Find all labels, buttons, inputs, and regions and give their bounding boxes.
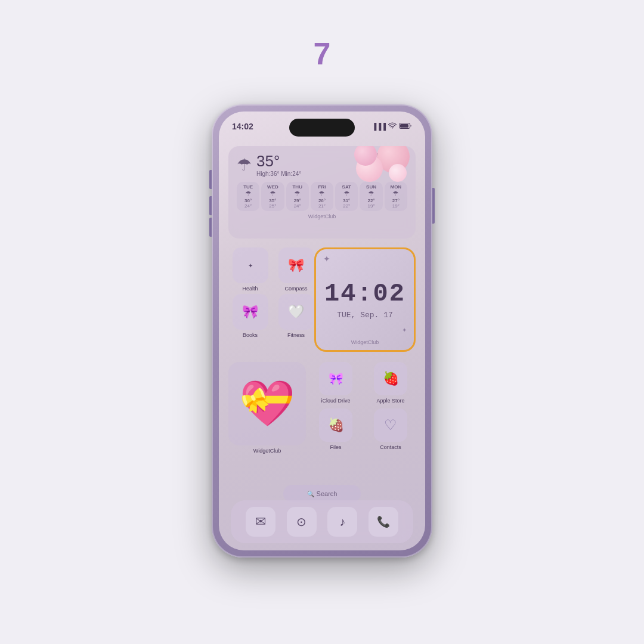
wifi-icon — [388, 122, 397, 131]
weather-day-thu: THU ☂ 29° 24° — [286, 182, 309, 211]
safari-icon: ⊙ — [296, 515, 306, 529]
app-item-compass[interactable]: 🎀 Compass — [274, 247, 318, 292]
apple-store-icon[interactable]: 🍓 — [374, 362, 407, 395]
search-label: Search — [317, 490, 338, 497]
app-item-widgetclub-large[interactable]: 💝 WidgetClub — [228, 362, 306, 454]
phone-screen: 14:02 ▐▐▐ — [219, 112, 425, 550]
app-item-files[interactable]: 🍓 Files — [311, 408, 361, 450]
dock: ✉ ⊙ ♪ 📞 — [231, 500, 413, 543]
app-item-fitness[interactable]: 🤍 Fitness — [274, 294, 318, 338]
weather-day-tue: TUE ☂ 36° 24° — [237, 182, 259, 211]
icloud-drive-label: iCloud Drive — [321, 398, 350, 404]
weather-icon: ☂ — [237, 155, 252, 175]
compass-label: Compass — [284, 286, 307, 292]
compass-icon[interactable]: 🎀 — [278, 247, 314, 283]
app-item-contacts[interactable]: ♡ Contacts — [366, 408, 416, 450]
contacts-label: Contacts — [380, 444, 401, 450]
phone-frame: 14:02 ▐▐▐ — [212, 104, 432, 558]
dock-item-phone[interactable]: 📞 — [369, 507, 398, 537]
clock-date: TUE, Sep. 17 — [337, 311, 393, 320]
books-label: Books — [243, 332, 258, 338]
dock-item-safari[interactable]: ⊙ — [287, 507, 317, 537]
health-icon[interactable]: ✦ — [233, 247, 268, 283]
app-item-icloud-drive[interactable]: 🎀 iCloud Drive — [311, 362, 361, 404]
left-apps: ✦ Health 🎀 Compass 🎀 Books — [228, 247, 318, 338]
weather-widget[interactable]: ☂ 35° High:36° Min:24° Maebashi TUE ☂ 36… — [228, 146, 416, 239]
health-label: Health — [242, 286, 258, 292]
status-time: 14:02 — [232, 122, 253, 131]
small-apps-grid: 🎀 iCloud Drive 🍓 Apple Store — [311, 362, 416, 450]
music-icon: ♪ — [339, 515, 345, 529]
sparkle-icon-2: ✦ — [402, 327, 407, 333]
weather-high-low: High:36° Min:24° — [256, 171, 301, 177]
dock-item-mail[interactable]: ✉ — [246, 507, 275, 537]
clock-widget-label: WidgetClub — [351, 339, 379, 345]
weather-temp-block: 35° High:36° Min:24° — [256, 152, 301, 177]
apple-store-label: Apple Store — [376, 398, 404, 404]
files-label: Files — [330, 444, 341, 450]
books-icon[interactable]: 🎀 — [233, 294, 268, 330]
weather-bubbles — [332, 146, 416, 194]
phone-mockup: 14:02 ▐▐▐ — [212, 104, 432, 558]
widgetclub-large-label: WidgetClub — [253, 448, 281, 454]
weather-day-wed: WED ☂ 35° 25° — [261, 182, 284, 211]
contacts-icon[interactable]: ♡ — [374, 408, 407, 442]
battery-icon — [399, 122, 412, 131]
dynamic-island — [289, 119, 355, 137]
weather-widget-label: WidgetClub — [237, 213, 407, 219]
mail-icon: ✉ — [255, 514, 266, 530]
signal-icon: ▐▐▐ — [372, 123, 386, 130]
app-item-health[interactable]: ✦ Health — [228, 247, 272, 292]
icloud-drive-icon[interactable]: 🎀 — [319, 362, 352, 395]
clock-widget[interactable]: ✦ 14:02 TUE, Sep. 17 ✦ WidgetClub — [314, 247, 416, 352]
weather-left: ☂ 35° High:36° Min:24° — [237, 152, 301, 177]
app-item-books[interactable]: 🎀 Books — [228, 294, 272, 338]
search-icon: 🔍 — [307, 491, 314, 497]
files-icon[interactable]: 🍓 — [319, 408, 352, 442]
svg-rect-1 — [400, 124, 408, 128]
large-widget-area: 💝 WidgetClub 🎀 iCloud Drive — [228, 362, 416, 454]
status-icons: ▐▐▐ — [372, 122, 412, 131]
clock-time: 14:02 — [324, 280, 405, 308]
dock-item-music[interactable]: ♪ — [327, 507, 357, 537]
widgetclub-large-icon[interactable]: 💝 — [228, 362, 306, 445]
weather-temperature: 35° — [256, 152, 301, 171]
sparkle-icon-1: ✦ — [323, 254, 330, 264]
fitness-label: Fitness — [287, 332, 305, 338]
app-item-apple-store[interactable]: 🍓 Apple Store — [366, 362, 416, 404]
weather-day-fri: FRI ☂ 26° 21° — [311, 182, 333, 211]
phone-icon: 📞 — [377, 515, 390, 528]
page-number: 7 — [314, 36, 331, 72]
fitness-icon[interactable]: 🤍 — [278, 294, 314, 330]
